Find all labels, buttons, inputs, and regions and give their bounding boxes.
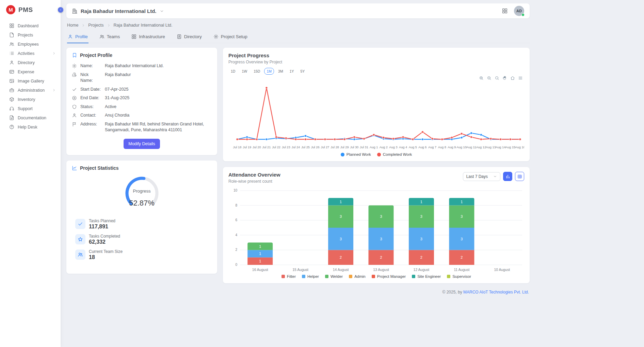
range-button-1w[interactable]: 1W (239, 68, 249, 75)
data-point[interactable] (480, 138, 482, 140)
table-view-button[interactable] (515, 172, 524, 181)
legend-label: Site Engineer (417, 274, 441, 278)
range-button-1m[interactable]: 1M (264, 68, 274, 75)
data-point[interactable] (461, 137, 463, 139)
legend-item-supervisor[interactable]: Supervisor (447, 274, 471, 278)
data-point[interactable] (256, 138, 258, 140)
sidebar-item-help-desk[interactable]: Help Desk (0, 122, 61, 132)
gear-icon (72, 63, 77, 69)
data-point[interactable] (480, 134, 482, 136)
menu-icon[interactable] (518, 76, 523, 80)
legend-item-welder[interactable]: Welder (325, 274, 343, 278)
data-point[interactable] (373, 134, 375, 136)
data-point[interactable] (334, 138, 336, 140)
x-tick-label: Jul 18 (233, 146, 242, 149)
data-point[interactable] (363, 138, 365, 140)
data-point[interactable] (392, 138, 394, 140)
range-button-3m[interactable]: 3M (276, 68, 286, 75)
tab-infrastructure[interactable]: Infrastructure (131, 31, 166, 43)
breadcrumb-item-projects[interactable]: Projects (88, 23, 103, 28)
date-range-select[interactable]: Last 7 Days (463, 172, 500, 181)
data-point[interactable] (383, 137, 385, 139)
sidebar-item-documentation[interactable]: Documentation (0, 113, 61, 122)
sidebar-item-dashboard[interactable]: Dashboard (0, 21, 61, 30)
legend-item-completed-work[interactable]: Completed Work (377, 152, 412, 156)
selection-icon[interactable] (495, 76, 499, 80)
panning-icon[interactable] (502, 76, 507, 80)
home-icon[interactable] (510, 76, 515, 80)
data-point[interactable] (304, 135, 306, 137)
avatar[interactable]: AD (514, 6, 524, 16)
breadcrumb-item-home[interactable]: Home (67, 23, 78, 28)
data-point[interactable] (470, 132, 472, 134)
stat-label: Tasks Planned (89, 218, 115, 223)
logo[interactable]: M PMS (0, 0, 61, 21)
data-point[interactable] (285, 137, 287, 139)
company-selector[interactable]: Raja Bahadur International Ltd. (72, 8, 164, 14)
modify-details-button[interactable]: Modify Details (124, 139, 160, 149)
data-point[interactable] (431, 138, 433, 140)
data-point[interactable] (441, 138, 443, 140)
data-point[interactable] (295, 138, 297, 140)
x-tick-label: Jul 30 (350, 146, 358, 149)
data-point[interactable] (314, 138, 316, 140)
data-point[interactable] (353, 138, 355, 140)
data-point[interactable] (461, 133, 463, 135)
data-point[interactable] (470, 136, 472, 138)
legend-item-planned-work[interactable]: Planned Work (341, 152, 371, 156)
sidebar-item-inventory[interactable]: Inventory (0, 95, 61, 104)
range-button-5y[interactable]: 5Y (298, 68, 307, 75)
range-button-15d[interactable]: 15D (251, 68, 262, 75)
legend-item-admin[interactable]: Admin (349, 274, 366, 278)
sidebar-item-image-gallery[interactable]: Image Gallery (0, 76, 61, 86)
data-point[interactable] (421, 131, 423, 133)
data-point[interactable] (519, 138, 521, 140)
x-tick-label: 14 August (333, 268, 349, 272)
flag-icon (72, 122, 77, 127)
x-tick-label: Jul 27 (321, 146, 329, 149)
tab-teams[interactable]: Teams (99, 31, 120, 43)
sidebar-item-support[interactable]: Support (0, 104, 61, 113)
data-point[interactable] (246, 136, 248, 138)
tab-profile[interactable]: Profile (67, 31, 88, 43)
data-point[interactable] (275, 136, 277, 138)
zoom-in-icon[interactable] (479, 76, 484, 80)
data-point[interactable] (265, 87, 268, 89)
sidebar-collapse-button[interactable] (58, 7, 63, 13)
breadcrumb-item-raja-bahadur-international-ltd[interactable]: Raja Bahadur International Ltd. (114, 23, 173, 28)
tab-directory[interactable]: Directory (176, 31, 203, 43)
data-point[interactable] (265, 138, 268, 140)
sidebar-item-projects[interactable]: Projects (0, 30, 61, 40)
sidebar-item-expense[interactable]: Expense (0, 67, 61, 76)
footer-link[interactable]: MARCO AIoT Technologies Pvt. Ltd. (463, 290, 529, 295)
data-point[interactable] (324, 138, 326, 140)
data-point[interactable] (246, 138, 248, 140)
data-point[interactable] (509, 138, 511, 140)
data-point[interactable] (421, 138, 423, 140)
tab-project-setup[interactable]: Project Setup (213, 31, 248, 43)
sidebar-item-employees[interactable]: Employees (0, 40, 61, 49)
legend-item-project-manager[interactable]: Project Manager (372, 274, 406, 278)
shield-icon (72, 104, 77, 109)
sidebar-item-administration[interactable]: Administration (0, 86, 61, 95)
data-point[interactable] (451, 137, 453, 139)
apps-grid-icon[interactable] (502, 8, 508, 14)
chart-view-button[interactable] (503, 172, 512, 181)
data-point[interactable] (500, 138, 502, 140)
data-point[interactable] (304, 138, 306, 140)
data-point[interactable] (353, 136, 355, 138)
legend-item-helper[interactable]: Helper (302, 274, 319, 278)
legend-item-site-engineer[interactable]: Site Engineer (412, 274, 441, 278)
data-point[interactable] (490, 138, 492, 140)
data-point[interactable] (343, 138, 345, 140)
sidebar-item-directory[interactable]: Directory (0, 58, 61, 67)
range-button-1y[interactable]: 1Y (287, 68, 296, 75)
data-point[interactable] (412, 138, 414, 140)
legend-item-fitter[interactable]: Fitter (281, 274, 296, 278)
range-button-1d[interactable]: 1D (228, 68, 238, 75)
data-point[interactable] (402, 136, 404, 138)
zoom-out-icon[interactable] (487, 76, 492, 80)
data-point[interactable] (236, 138, 238, 140)
sidebar-item-activities[interactable]: Activities (0, 49, 61, 58)
x-tick-label: Aug 7 (428, 146, 436, 149)
